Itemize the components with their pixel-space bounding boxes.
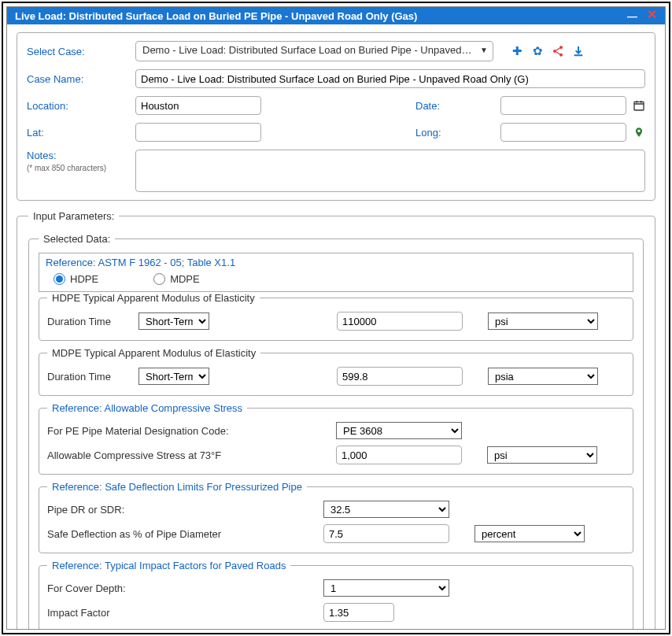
svg-rect-3 <box>634 102 644 110</box>
impact-group: Reference: Typical Impact Factors for Pa… <box>39 560 633 629</box>
selected-data-group: Selected Data: Reference: ASTM F 1962 - … <box>28 233 644 629</box>
case-name-input[interactable] <box>135 69 645 88</box>
window-titlebar: Live Load: Distributed Surface Load on B… <box>7 7 665 24</box>
lat-label: Lat: <box>27 127 129 139</box>
deflection-unit-select[interactable]: percent <box>474 525 585 542</box>
compressive-unit-select[interactable]: psi <box>487 446 597 464</box>
impact-note: For unpaved roads, impact factor of 2.0 … <box>47 625 625 629</box>
pe-material-label: For PE Pipe Material Designation Code: <box>47 425 319 437</box>
impact-legend: Reference: Typical Impact Factors for Pa… <box>47 560 290 571</box>
select-case-label: Select Case: <box>27 46 129 57</box>
cover-depth-label: For Cover Depth: <box>47 582 319 594</box>
impact-factor-value[interactable] <box>323 603 394 622</box>
compressive-legend: Reference: Allowable Compressive Stress <box>47 402 247 414</box>
gear-icon[interactable]: ✿ <box>531 45 544 57</box>
location-label: Location: <box>27 100 129 112</box>
pe-material-select[interactable]: PE 3608 <box>336 422 462 439</box>
case-name-label: Case Name: <box>27 73 129 85</box>
input-parameters-legend: Input Parameters: <box>28 210 119 222</box>
dr-sdr-select[interactable]: 32.5 <box>323 501 449 518</box>
impact-factor-label: Impact Factor <box>47 607 319 619</box>
hdpe-modulus-value[interactable] <box>337 312 463 331</box>
hdpe-unit-select[interactable]: psi <box>488 312 598 330</box>
map-pin-icon[interactable] <box>633 126 645 139</box>
date-input[interactable] <box>500 96 626 115</box>
reference-astm-box: Reference: ASTM F 1962 - 05; Table X1.1 … <box>39 253 633 292</box>
hdpe-duration-select[interactable]: Short-Term <box>138 312 209 330</box>
deflection-legend: Reference: Safe Deflection Limits For Pr… <box>47 481 307 493</box>
close-button[interactable]: ✕ <box>647 10 657 22</box>
window-title: Live Load: Distributed Surface Load on B… <box>15 10 417 22</box>
mdpe-unit-select[interactable]: psia <box>488 368 598 385</box>
select-case-dropdown[interactable]: Demo - Live Load: Distributed Surface Lo… <box>135 41 493 61</box>
compressive-stress-label: Allowable Compressive Stress at 73°F <box>47 449 319 461</box>
hdpe-modulus-legend: HDPE Typical Apparent Modulus of Elastic… <box>47 292 260 304</box>
case-header-group: Select Case: Demo - Live Load: Distribut… <box>17 32 655 201</box>
location-input[interactable] <box>135 96 261 115</box>
long-label: Long: <box>415 127 494 139</box>
reference-astm-label: Reference: ASTM F 1962 - 05; Table X1.1 <box>46 257 626 268</box>
calendar-icon[interactable] <box>633 99 645 112</box>
minimize-button[interactable]: — <box>627 10 637 22</box>
hdpe-radio[interactable]: HDPE <box>54 273 98 285</box>
input-parameters-group: Input Parameters: Selected Data: Referen… <box>17 210 655 629</box>
mdpe-radio[interactable]: MDPE <box>153 273 200 285</box>
hdpe-modulus-group: HDPE Typical Apparent Modulus of Elastic… <box>39 292 633 341</box>
download-icon[interactable] <box>572 45 585 57</box>
date-label: Date: <box>415 100 494 112</box>
notes-label: Notes: (* max 850 characters) <box>27 150 129 173</box>
mdpe-duration-select[interactable]: Short-Term <box>138 368 209 385</box>
cover-depth-select[interactable]: 1 <box>323 579 449 597</box>
svg-point-1 <box>553 50 556 53</box>
compressive-stress-value[interactable] <box>336 446 462 464</box>
main-scroll-area[interactable]: Select Case: Demo - Live Load: Distribut… <box>7 24 665 629</box>
share-icon[interactable] <box>552 45 564 57</box>
svg-point-0 <box>559 46 563 49</box>
deflection-pct-label: Safe Deflection as % of Pipe Diameter <box>47 528 319 540</box>
mdpe-duration-label: Duration Time <box>47 371 134 383</box>
deflection-pct-value[interactable] <box>323 524 449 543</box>
mdpe-modulus-legend: MDPE Typical Apparent Modulus of Elastic… <box>47 347 260 359</box>
compressive-group: Reference: Allowable Compressive Stress … <box>39 402 633 475</box>
deflection-group: Reference: Safe Deflection Limits For Pr… <box>39 481 633 553</box>
mdpe-modulus-value[interactable] <box>337 367 463 386</box>
svg-point-2 <box>559 54 563 57</box>
mdpe-modulus-group: MDPE Typical Apparent Modulus of Elastic… <box>39 347 633 396</box>
dr-sdr-label: Pipe DR or SDR: <box>47 504 319 516</box>
notes-textarea[interactable] <box>135 150 645 192</box>
hdpe-duration-label: Duration Time <box>47 316 134 327</box>
selected-data-legend: Selected Data: <box>39 233 115 245</box>
lat-input[interactable] <box>135 123 261 142</box>
long-input[interactable] <box>500 123 626 142</box>
add-icon[interactable]: ✚ <box>511 45 523 57</box>
